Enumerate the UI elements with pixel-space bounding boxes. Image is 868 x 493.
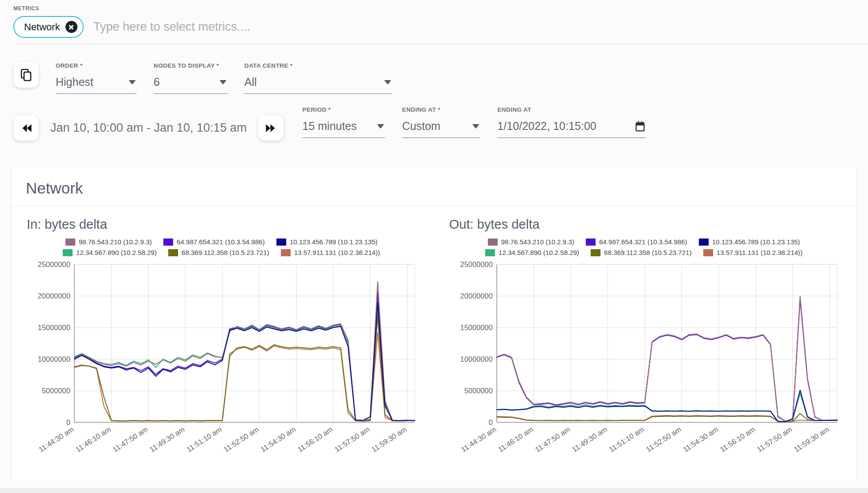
ending-at-datetime-input[interactable]: 1/10/2022, 10:15:00 [497, 113, 646, 138]
dropdown-caret-icon [377, 124, 384, 129]
metrics-search-input[interactable] [93, 20, 494, 34]
legend-row: 12.34.567.890 (10.2.58.29)68.369.112.358… [485, 249, 803, 256]
legend-swatch [485, 249, 495, 256]
rewind-button[interactable] [13, 115, 39, 141]
metrics-input-row: Network [13, 16, 868, 44]
ending-at-datetime-label: ENDING AT [497, 106, 646, 113]
time-navigation-row: Jan 10, 10:00 am - Jan 10, 10:15 am PERI… [0, 106, 868, 141]
nodes-select[interactable]: 6 [154, 69, 227, 94]
nodes-value: 6 [154, 76, 160, 89]
legend-item[interactable]: 98.76.543.210 (10.2.9.3) [65, 238, 152, 246]
period-value: 15 minutes [302, 120, 357, 133]
legend-swatch [699, 238, 709, 246]
legend-item[interactable]: 64.987.654.321 (10.3.54.986) [586, 238, 687, 246]
legend-swatch [163, 238, 173, 246]
legend-label: 64.987.654.321 (10.3.54.986) [177, 238, 265, 246]
svg-text:11:46:10 am: 11:46:10 am [497, 425, 535, 453]
legend-label: 68.369.112.358 (10.5.23.721) [604, 249, 692, 256]
svg-text:5000000: 5000000 [42, 387, 70, 395]
legend-label: 64.987.654.321 (10.3.54.986) [599, 238, 687, 246]
period-select[interactable]: 15 minutes [302, 113, 385, 138]
line-chart: 0500000010000000150000002000000025000000… [443, 259, 845, 474]
legend-label: 10.123.456.789 (10.1.23.135) [712, 238, 800, 246]
legend-item[interactable]: 12.34.567.890 (10.2.58.29) [485, 249, 579, 256]
svg-text:11:59:30 am: 11:59:30 am [792, 425, 830, 453]
svg-text:11:54:30 am: 11:54:30 am [259, 425, 297, 453]
order-select[interactable]: Highest [56, 69, 137, 94]
legend-item[interactable]: 68.369.112.358 (10.5.23.721) [591, 249, 692, 256]
svg-text:11:56:10 am: 11:56:10 am [718, 425, 756, 453]
legend-swatch [703, 249, 713, 256]
fast-forward-icon [264, 121, 278, 135]
svg-text:15000000: 15000000 [460, 323, 493, 331]
svg-text:0: 0 [489, 418, 493, 426]
legend-label: 12.34.567.890 (10.2.58.29) [76, 249, 157, 256]
charts-container: In: bytes delta 98.76.543.210 (10.2.9.3)… [12, 206, 856, 474]
legend-swatch [586, 238, 596, 246]
svg-text:11:52:50 am: 11:52:50 am [645, 425, 682, 453]
svg-text:11:44:30 am: 11:44:30 am [37, 425, 75, 453]
chart-plot-out: 0500000010000000150000002000000025000000… [443, 259, 845, 474]
legend-item[interactable]: 10.123.456.789 (10.1.23.135) [276, 238, 378, 246]
ending-at-datetime-value: 1/10/2022, 10:15:00 [497, 120, 596, 133]
chart-title-in: In: bytes delta [27, 217, 422, 232]
period-label: PERIOD * [302, 106, 385, 113]
legend-swatch [276, 238, 286, 246]
rewind-icon [19, 121, 33, 135]
legend-row: 12.34.567.890 (10.2.58.29)68.369.112.358… [63, 249, 380, 256]
svg-text:11:49:30 am: 11:49:30 am [571, 425, 608, 453]
svg-text:20000000: 20000000 [460, 292, 493, 300]
dropdown-caret-icon [384, 80, 391, 85]
legend-row: 98.76.543.210 (10.2.9.3)64.987.654.321 (… [65, 238, 378, 246]
chart-panel-in: In: bytes delta 98.76.543.210 (10.2.9.3)… [12, 206, 434, 474]
chip-close-icon[interactable] [65, 21, 77, 33]
legend-item[interactable]: 98.76.543.210 (10.2.9.3) [488, 238, 574, 246]
calendar-icon[interactable] [635, 121, 645, 132]
legend-label: 10.123.456.789 (10.1.23.135) [290, 238, 378, 246]
svg-text:10000000: 10000000 [460, 355, 493, 363]
chart-title-out: Out: bytes delta [449, 217, 845, 232]
legend-label: 98.76.543.210 (10.2.9.3) [79, 238, 152, 246]
data-centre-label: DATA CENTRE * [244, 62, 392, 69]
legend-item[interactable]: 10.123.456.789 (10.1.23.135) [699, 238, 800, 246]
order-value: Highest [56, 76, 93, 89]
svg-text:5000000: 5000000 [464, 387, 493, 395]
metrics-section: METRICS Network [0, 0, 868, 44]
legend-row: 98.76.543.210 (10.2.9.3)64.987.654.321 (… [488, 238, 800, 246]
chart-legend: 98.76.543.210 (10.2.9.3)64.987.654.321 (… [443, 238, 845, 256]
page-bottom-strip [0, 488, 868, 493]
legend-item[interactable]: 12.34.567.890 (10.2.58.29) [63, 249, 157, 256]
svg-text:10000000: 10000000 [38, 355, 70, 363]
legend-label: 98.76.543.210 (10.2.9.3) [501, 238, 574, 246]
svg-text:11:54:30 am: 11:54:30 am [681, 425, 719, 453]
order-field: ORDER * Highest [56, 62, 137, 94]
legend-swatch [168, 249, 178, 256]
metric-chip-network[interactable]: Network [13, 16, 84, 38]
legend-swatch [591, 249, 600, 256]
data-centre-select[interactable]: All [244, 69, 392, 94]
legend-item[interactable]: 64.987.654.321 (10.3.54.986) [163, 238, 265, 246]
legend-label: 13.57.911.131 (10.2.38.214)) [717, 249, 803, 256]
legend-item[interactable]: 13.57.911.131 (10.2.38.214)) [281, 249, 380, 256]
legend-swatch [488, 238, 498, 246]
fast-forward-button[interactable] [258, 115, 284, 141]
copy-icon [19, 68, 34, 83]
ending-at-select[interactable]: Custom [402, 113, 480, 138]
nodes-label: NODES TO DISPLAY * [154, 62, 227, 69]
legend-item[interactable]: 13.57.911.131 (10.2.38.214)) [703, 249, 803, 256]
svg-text:11:52:50 am: 11:52:50 am [222, 425, 260, 453]
card-title: Network [12, 167, 856, 206]
svg-text:25000000: 25000000 [38, 260, 70, 268]
metrics-label: METRICS [13, 5, 868, 12]
time-range-text: Jan 10, 10:00 am - Jan 10, 10:15 am [50, 115, 247, 141]
svg-text:11:57:50 am: 11:57:50 am [755, 425, 793, 453]
legend-item[interactable]: 68.369.112.358 (10.5.23.721) [168, 249, 269, 256]
period-field: PERIOD * 15 minutes [302, 106, 385, 138]
svg-text:11:51:10 am: 11:51:10 am [185, 425, 223, 453]
dropdown-caret-icon [472, 124, 479, 129]
svg-text:20000000: 20000000 [38, 292, 70, 300]
metric-chip-label: Network [24, 21, 60, 33]
svg-text:11:44:30 am: 11:44:30 am [459, 425, 497, 453]
svg-text:11:57:50 am: 11:57:50 am [333, 425, 371, 453]
copy-button[interactable] [13, 62, 39, 88]
